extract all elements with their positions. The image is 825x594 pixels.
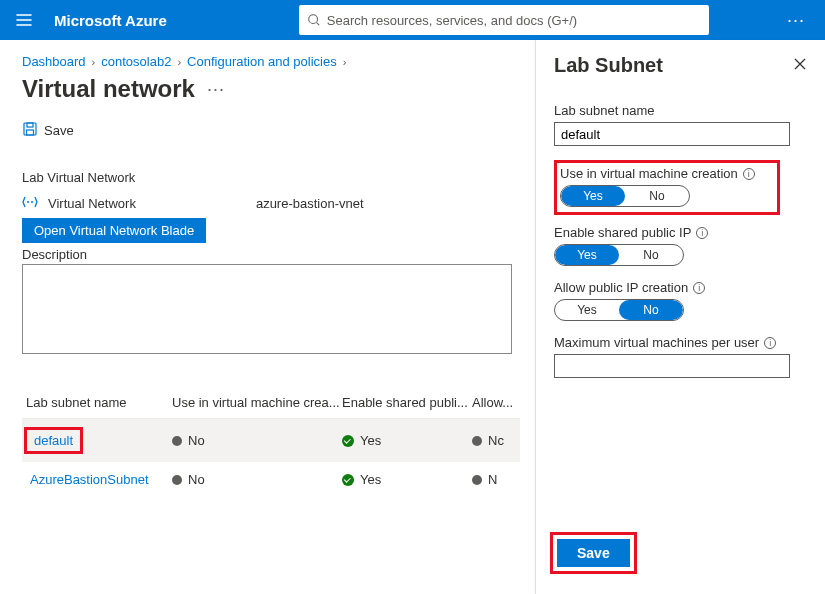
- topbar-more-button[interactable]: ···: [773, 10, 819, 31]
- svg-point-0: [309, 15, 318, 24]
- max-vm-input[interactable]: [554, 354, 790, 378]
- toggle-yes[interactable]: Yes: [555, 245, 619, 265]
- svg-rect-2: [24, 123, 36, 135]
- close-icon[interactable]: [793, 57, 807, 75]
- toggle-yes[interactable]: Yes: [561, 186, 625, 206]
- global-search[interactable]: Search resources, services, and docs (G+…: [299, 5, 709, 35]
- use-vm-label: Use in virtual machine creation i: [560, 166, 755, 181]
- save-button[interactable]: Save: [557, 539, 630, 567]
- brand-label: Microsoft Azure: [42, 12, 179, 29]
- description-input[interactable]: [22, 264, 512, 354]
- highlight-use-vm: Use in virtual machine creation i Yes No: [554, 160, 780, 215]
- open-vnet-blade-button[interactable]: Open Virtual Network Blade: [22, 218, 206, 243]
- max-vm-label: Maximum virtual machines per user i: [554, 335, 807, 350]
- save-icon: [22, 121, 38, 140]
- lab-subnet-panel: Lab Subnet Lab subnet name Use in virtua…: [535, 40, 825, 594]
- col-header-use[interactable]: Use in virtual machine crea...: [172, 395, 342, 410]
- info-icon[interactable]: i: [693, 282, 705, 294]
- use-vm-toggle[interactable]: Yes No: [560, 185, 690, 207]
- svg-line-1: [316, 23, 319, 26]
- toggle-no[interactable]: No: [619, 245, 683, 265]
- shared-value: Yes: [360, 433, 381, 448]
- status-check-icon: [342, 474, 354, 486]
- allow-value: N: [488, 472, 497, 487]
- subnet-name-link[interactable]: default: [26, 429, 81, 452]
- shared-ip-label: Enable shared public IP i: [554, 225, 807, 240]
- page-title-more[interactable]: ···: [207, 79, 225, 100]
- subnet-table: Lab subnet name Use in virtual machine c…: [22, 387, 520, 497]
- status-dot-icon: [172, 475, 182, 485]
- col-header-name[interactable]: Lab subnet name: [22, 395, 172, 410]
- allow-ip-label: Allow public IP creation i: [554, 280, 807, 295]
- shared-value: Yes: [360, 472, 381, 487]
- col-header-shared[interactable]: Enable shared publi...: [342, 395, 472, 410]
- chevron-right-icon: ›: [92, 56, 96, 68]
- search-placeholder: Search resources, services, and docs (G+…: [327, 13, 577, 28]
- vnet-field-label: Virtual Network: [48, 196, 136, 211]
- vnet-value: azure-bastion-vnet: [256, 196, 364, 211]
- panel-title: Lab Subnet: [554, 54, 663, 77]
- info-icon[interactable]: i: [764, 337, 776, 349]
- menu-toggle[interactable]: [6, 2, 42, 38]
- status-dot-icon: [172, 436, 182, 446]
- svg-rect-3: [27, 123, 33, 127]
- toggle-no[interactable]: No: [619, 300, 683, 320]
- save-label: Save: [44, 123, 74, 138]
- page-title: Virtual network: [22, 75, 195, 103]
- crumb-dashboard[interactable]: Dashboard: [22, 54, 86, 69]
- subnet-name-link[interactable]: AzureBastionSubnet: [26, 472, 149, 487]
- allow-value: Nc: [488, 433, 504, 448]
- search-icon: [307, 13, 321, 27]
- use-value: No: [188, 472, 205, 487]
- main-content: Dashboard › contosolab2 › Configuration …: [0, 40, 825, 594]
- chevron-right-icon: ›: [343, 56, 347, 68]
- table-row[interactable]: AzureBastionSubnet No Yes N: [22, 462, 520, 497]
- table-row[interactable]: default No Yes Nc: [22, 419, 520, 462]
- highlight-save: Save: [550, 532, 637, 574]
- col-header-allow[interactable]: Allow...: [472, 395, 520, 410]
- shared-ip-toggle[interactable]: Yes No: [554, 244, 684, 266]
- save-command[interactable]: Save: [22, 121, 74, 140]
- subnet-name-label: Lab subnet name: [554, 103, 807, 118]
- crumb-lab[interactable]: contosolab2: [101, 54, 171, 69]
- status-dot-icon: [472, 475, 482, 485]
- svg-point-5: [27, 201, 29, 203]
- info-icon[interactable]: i: [743, 168, 755, 180]
- allow-ip-toggle[interactable]: Yes No: [554, 299, 684, 321]
- svg-rect-4: [27, 130, 34, 135]
- toggle-no[interactable]: No: [625, 186, 689, 206]
- svg-point-6: [31, 201, 33, 203]
- vnet-icon: [22, 195, 38, 212]
- use-value: No: [188, 433, 205, 448]
- azure-top-bar: Microsoft Azure Search resources, servic…: [0, 0, 825, 40]
- info-icon[interactable]: i: [696, 227, 708, 239]
- toggle-yes[interactable]: Yes: [555, 300, 619, 320]
- status-check-icon: [342, 435, 354, 447]
- subnet-name-input[interactable]: [554, 122, 790, 146]
- chevron-right-icon: ›: [177, 56, 181, 68]
- status-dot-icon: [472, 436, 482, 446]
- crumb-config[interactable]: Configuration and policies: [187, 54, 337, 69]
